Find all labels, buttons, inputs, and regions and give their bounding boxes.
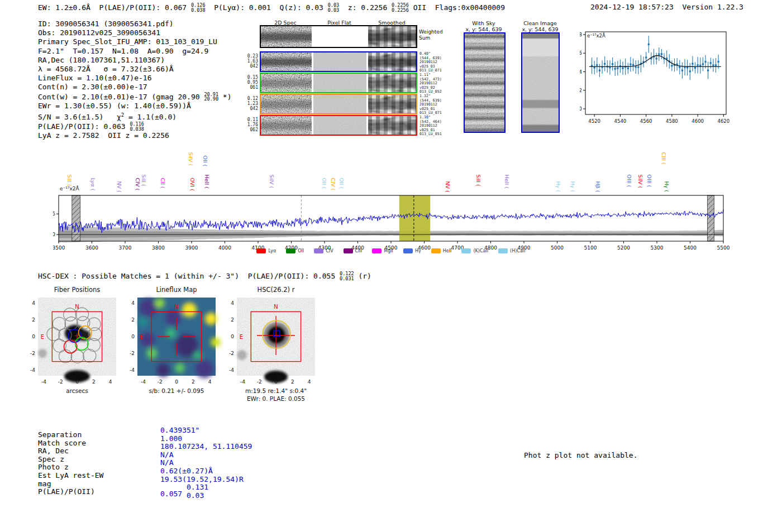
y-tick-label: 4	[131, 300, 135, 306]
spec2d-row-0	[260, 25, 417, 48]
line-label-OII: OII (	[202, 156, 208, 167]
hsc-dex-header: HSC-DEX : Possible Matches = 1 (within +…	[38, 271, 371, 281]
match-label-4: Photo z	[38, 463, 103, 472]
emission-line-labels: SiII (Lyα (NV (CIV (SiII (CII (SiIV (OVI…	[53, 145, 732, 195]
compass-north: N	[174, 304, 178, 310]
line-label-SiIV: SiIV (	[637, 175, 643, 189]
info-line-10: S/N = 3.6(±1.5) χ2 = 1.1(±0.0)	[38, 111, 232, 122]
info-line-2: Primary Spec_Slot_IFU_AMP: 013_103_019_L…	[38, 37, 232, 46]
cutout-xlabel-mag: m:19.5 re:1.4" s:0.4"	[226, 387, 326, 394]
x-tick-label: 2	[192, 379, 195, 385]
y-tick-label: 2	[231, 317, 234, 323]
y-tick-label: 8	[580, 32, 582, 37]
match-value-0: 0.439351"	[160, 426, 252, 435]
x-tick-label: 4620	[718, 118, 730, 124]
x-tick-label: -4	[41, 379, 46, 385]
compass-east: E	[41, 334, 44, 340]
x-tick-label: 4540	[614, 118, 627, 124]
cutout-xlabel-ewr: EWr: 0. PLAE: 0.055	[226, 395, 326, 402]
x-tick-label: 4600	[692, 118, 704, 124]
cutout-hsc-r: -4-4-2-2002244NE	[222, 291, 323, 387]
spec2d-row-1-fiber-info: 0.40"(544, 639)20190112v025_03013_LU_071	[419, 52, 449, 73]
info-line-8: Cont(w) = 2.10(±0.01)e-17 (gmag 20.90 20…	[38, 92, 232, 102]
legend-item-Hγ: Hγ	[403, 248, 421, 253]
match-table-labels: SeparationMatch scoreRA, DecSpec zPhoto …	[38, 431, 103, 496]
legend-swatch	[314, 248, 323, 253]
line-label-HeII: HeII (	[504, 175, 510, 189]
cutout-fiber-positions: -4-4-2-2002244NE	[23, 291, 124, 387]
line-fit-zoom-plot: 45204540456045804600462002468e⁻¹⁷x2Å	[580, 28, 733, 128]
detection-info-panel: ID: 3090056341 (3090056341.pdf)Obs: 2019…	[38, 20, 232, 141]
legend-item-(H)CaII: (H)CaII	[498, 248, 525, 253]
legend-swatch	[344, 248, 353, 253]
info-line-11: P(LAE)/P(OII): 0.063 0.1160.038	[38, 122, 232, 131]
spec2d-row-3	[260, 94, 417, 114]
spec2d-row-2-weights: 0.150.95061	[236, 75, 258, 90]
line-label-CIII: CIII (	[661, 152, 667, 165]
spec2d-row-2-fiber-info: 1.11"(542, 473)20190112v025_02013_LU_052	[419, 73, 449, 94]
legend-item-CIII: CIII	[344, 248, 363, 253]
match-value-4: N/A	[160, 459, 252, 467]
match-label-5: Est LyA rest-EW	[38, 472, 103, 480]
info-line-0: ID: 3090056341 (3090056341.pdf)	[38, 20, 232, 28]
info-line-4: RA,Dec (180.107361,51.110367)	[38, 56, 232, 65]
y-tick-label: -4	[229, 367, 234, 373]
line-label-OVI: OVI (	[189, 178, 196, 191]
match-label-6: mag	[38, 480, 103, 488]
compass-north: N	[75, 304, 79, 310]
x-tick-label: 4580	[666, 118, 678, 124]
match-value-5: 0.62(±0.27)Å	[160, 467, 252, 476]
y-tick-label: -2	[130, 351, 135, 356]
spec2d-row-4-weights: 0.111.76062	[236, 117, 258, 132]
match-value-2: 180.107234, 51.110459	[160, 443, 252, 451]
spec2d-row-3-fiber-info: 1.32"(544, 639)20190112v025_01013_LU_071	[419, 94, 449, 116]
y-tick-label: 0	[32, 334, 35, 339]
report-datetime: 2024-12-19 18:57:23	[590, 3, 674, 11]
x-tick-label: -2	[158, 379, 163, 385]
compass-north: N	[274, 304, 278, 310]
info-line-6: LineFlux = 1.10(±0.47)e-16	[38, 74, 232, 83]
match-value-7: 0.057 0.1310.03	[160, 483, 252, 500]
legend-label: CIV	[326, 248, 333, 253]
y-tick-label: 4	[580, 69, 582, 75]
clean-image-title: Clean Imagex, y: 544, 639	[512, 20, 568, 32]
spec2d-row-1-weights: 0.231.63042	[236, 54, 258, 69]
x-tick-label: 4	[208, 379, 212, 385]
match-value-3: N/A	[160, 451, 252, 459]
line-label-OIII: OIII (	[646, 175, 652, 188]
cutout-xlabel-sb: s/b: 0.21 +/- 0.095	[126, 387, 227, 394]
spec2d-row-4	[260, 115, 417, 136]
legend-swatch	[372, 248, 382, 253]
spec2d-row-2	[260, 73, 417, 93]
x-tick-label: -4	[141, 379, 146, 385]
legend-label: MgII	[384, 248, 393, 253]
info-line-12: LyA z = 2.7582 OII z = 0.2256	[38, 131, 232, 140]
x-tick-label: -4	[240, 379, 245, 385]
masked-band	[72, 195, 80, 241]
photz-notice: Phot z plot not available.	[524, 451, 638, 459]
y-tick-label: 4	[32, 300, 35, 306]
compass-east: E	[140, 334, 144, 340]
spectrum-legend: LyαOIICIVCIIIMgIIHγHeII(K)CaII(H)CaII	[59, 248, 723, 253]
legend-label: CIII	[355, 248, 363, 253]
spec2d-row-4-fiber-info: 1.30"(542, 464)20190112v025_01013_LU_051	[419, 116, 449, 137]
line-label-OII: OII (	[321, 178, 327, 189]
match-label-0: Separation	[38, 431, 103, 439]
y-tick-label: 4	[231, 300, 234, 306]
match-value-6: 19.53(19.52,19.54)R	[160, 476, 252, 484]
x-tick-label: 2	[92, 379, 96, 385]
line-label-CIV: CIV (	[330, 178, 336, 191]
line-label-OIII: OIII (	[626, 175, 632, 188]
legend-item-HeII: HeII	[431, 248, 452, 253]
y-tick-label: 2	[580, 88, 582, 93]
match-value-1: 1.000	[160, 435, 252, 443]
x-tick-label: 4	[308, 379, 311, 385]
x-tick-label: 2	[291, 379, 294, 385]
elixer-report-page: EW: 1.2±0.6Å P(LAE)/P(OII): 0.067 0.1260…	[0, 0, 782, 532]
legend-item-CIV: CIV	[314, 248, 333, 253]
match-label-3: Spec z	[38, 456, 103, 464]
info-line-9: EWr = 1.30(±0.55) (w: 1.40(±0.59))Å	[38, 102, 232, 111]
match-label-2: RA, Dec	[38, 447, 103, 456]
with-sky-title: With Skyx, y: 544, 639	[456, 20, 512, 32]
y-tick-label: -4	[130, 367, 135, 373]
